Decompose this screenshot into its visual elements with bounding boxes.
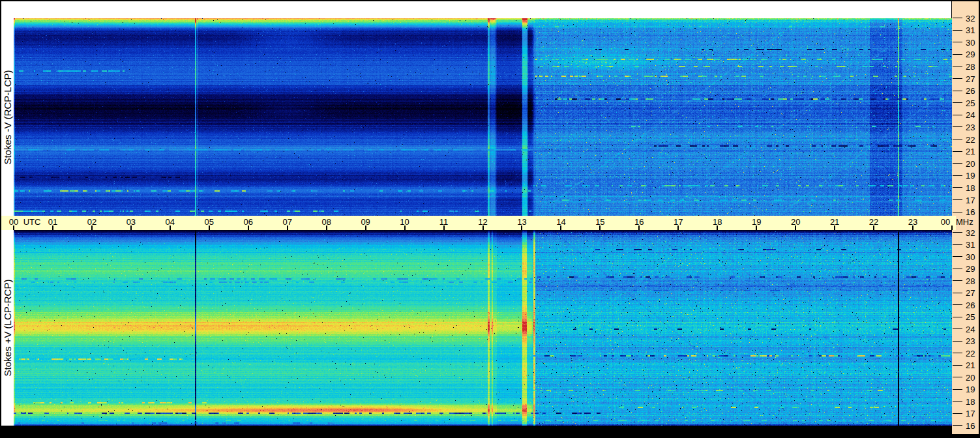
freq-tick: [953, 232, 962, 233]
time-tick-label: 21: [830, 217, 839, 227]
time-tick-label: 10: [400, 217, 409, 227]
freq-tick: [953, 341, 962, 342]
freq-tick: [953, 425, 962, 426]
freq-tick-label: 25: [966, 98, 975, 108]
freq-tick: [953, 163, 962, 164]
freq-tick-label: 18: [966, 182, 975, 192]
freq-tick: [953, 199, 962, 200]
freq-tick-label: 32: [966, 13, 975, 23]
freq-tick-label: 23: [966, 336, 975, 346]
mhz-unit-label: MHz: [956, 217, 978, 227]
time-axis-strip: 0001020304050607080910111213141516171819…: [1, 216, 956, 230]
time-tick-label: 04: [166, 217, 175, 227]
freq-tick: [953, 66, 962, 66]
utc-label: UTC: [23, 217, 41, 227]
freq-tick: [953, 256, 962, 257]
freq-tick: [953, 293, 962, 293]
freq-tick-label: 16: [966, 207, 975, 217]
freq-tick-label: 23: [966, 122, 975, 132]
time-tick-label: 19: [752, 217, 761, 227]
time-tick-label: 13: [517, 217, 526, 227]
time-tick-label: 17: [674, 217, 683, 227]
freq-tick: [953, 365, 962, 366]
time-tick-label: 22: [869, 217, 878, 227]
time-tick-label: 12: [478, 217, 487, 227]
time-tick-label: 11: [439, 217, 449, 227]
time-tick-label: 08: [321, 217, 331, 227]
freq-tick-label: 32: [966, 227, 975, 237]
freq-tick-label: 30: [966, 37, 975, 47]
freq-tick-label: 31: [966, 25, 975, 35]
spectrogram-bottom-canvas[interactable]: [14, 230, 952, 426]
freq-tick-label: 29: [966, 264, 975, 274]
stokes-negative-axis-label: Stokes -V (RCP-LCP): [2, 70, 13, 164]
freq-tick: [953, 102, 962, 103]
freq-tick: [953, 30, 962, 31]
freq-tick-label: 19: [966, 385, 975, 394]
freq-tick-label: 24: [966, 110, 975, 120]
freq-tick-label: 18: [966, 396, 975, 406]
freq-tick: [953, 269, 962, 269]
freq-tick-label: 25: [966, 312, 975, 322]
freq-tick: [953, 244, 962, 245]
freq-tick-label: 19: [966, 171, 975, 181]
freq-tick: [953, 317, 962, 317]
freq-tick-label: 30: [966, 252, 975, 261]
time-tick-label: 16: [634, 217, 644, 227]
freq-tick: [953, 18, 962, 18]
time-tick-label: 00: [941, 217, 950, 227]
freq-tick: [953, 304, 962, 305]
freq-tick: [953, 78, 962, 79]
freq-tick: [953, 115, 962, 115]
time-tick: [951, 226, 953, 230]
freq-tick-label: 27: [966, 74, 975, 83]
app-window: AJ4CO Observatory 28 Jan 2025 - DPS on T…: [0, 0, 980, 438]
freq-tick-label: 26: [966, 300, 975, 310]
freq-tick: [953, 151, 962, 152]
time-tick-label: 18: [713, 217, 722, 227]
time-tick-label: 15: [595, 217, 604, 227]
time-tick-label: 07: [282, 217, 291, 227]
freq-tick-label: 21: [966, 360, 975, 370]
time-tick-label: 01: [48, 217, 57, 227]
time-tick-label: 23: [908, 217, 917, 227]
freq-tick-label: 17: [966, 195, 975, 205]
time-tick-label: 02: [87, 217, 97, 227]
freq-tick-label: 20: [966, 372, 975, 382]
freq-tick: [953, 54, 962, 55]
freq-tick-label: 31: [966, 240, 975, 250]
freq-tick: [953, 42, 962, 42]
time-tick-label: 06: [244, 217, 253, 227]
freq-tick-label: 24: [966, 324, 975, 334]
freq-tick: [953, 175, 962, 176]
time-tick-label: 09: [361, 217, 370, 227]
freq-tick-label: 17: [966, 409, 975, 418]
time-tick-label: 03: [126, 217, 136, 227]
freq-tick-label: 22: [966, 348, 975, 358]
freq-tick-label: 28: [966, 276, 975, 285]
freq-tick: [953, 91, 962, 91]
freq-tick: [953, 126, 962, 127]
freq-tick: [953, 212, 962, 212]
freq-tick: [953, 413, 962, 414]
freq-tick-label: 21: [966, 147, 975, 156]
freq-tick-label: 26: [966, 86, 975, 96]
time-tick-label: 20: [791, 217, 800, 227]
freq-tick: [953, 187, 962, 188]
freq-tick-label: 20: [966, 158, 975, 168]
title-bar: AJ4CO Observatory 28 Jan 2025 - DPS on T…: [1, 1, 951, 18]
spectrogram-top-canvas[interactable]: [14, 18, 952, 216]
time-tick-label: 00: [9, 217, 18, 227]
freq-tick: [953, 389, 962, 390]
time-tick-label: 14: [556, 217, 565, 227]
freq-tick: [953, 139, 962, 139]
freq-tick-label: 28: [966, 61, 975, 71]
freq-tick-label: 22: [966, 134, 975, 144]
freq-tick-label: 27: [966, 288, 975, 298]
freq-tick: [953, 353, 962, 353]
freq-tick: [953, 401, 962, 402]
freq-tick-label: 16: [966, 420, 975, 430]
freq-tick: [953, 377, 962, 377]
freq-tick: [953, 280, 962, 281]
freq-tick: [953, 328, 962, 329]
